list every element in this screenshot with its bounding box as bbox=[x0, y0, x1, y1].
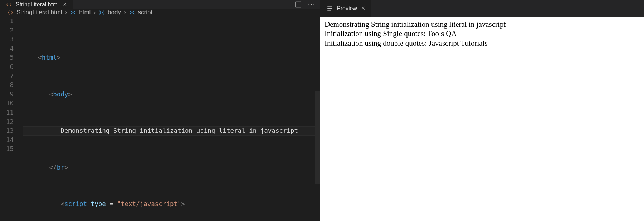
breadcrumb-seg-html[interactable]: html bbox=[79, 9, 91, 16]
breadcrumb[interactable]: StringLiteral.html › html › body › scrip… bbox=[0, 9, 320, 16]
minimap-scrollbar[interactable] bbox=[315, 16, 320, 221]
symbol-html-icon bbox=[70, 9, 76, 16]
preview-output: Demonstrating String initialization usin… bbox=[320, 17, 644, 221]
line-number-gutter: 123456789101112131415 bbox=[0, 16, 23, 221]
code-content[interactable]: <html> <body> Demonstrating String initi… bbox=[23, 16, 320, 221]
close-icon[interactable]: × bbox=[361, 4, 366, 13]
symbol-script-icon bbox=[129, 9, 135, 16]
preview-line: Demonstrating String initialization usin… bbox=[325, 20, 640, 29]
preview-pane: Preview × Demonstrating String initializ… bbox=[320, 0, 644, 221]
preview-icon bbox=[327, 5, 333, 12]
file-code-icon bbox=[7, 9, 14, 16]
editor-pane: StringLiteral.html × ··· StringLiteral.h… bbox=[0, 0, 320, 221]
more-actions-icon[interactable]: ··· bbox=[308, 1, 316, 8]
scrollbar-thumb[interactable] bbox=[315, 91, 320, 184]
tab-preview[interactable]: Preview × bbox=[320, 0, 371, 17]
editor-tab-bar: StringLiteral.html × ··· bbox=[0, 0, 320, 9]
preview-tab-label: Preview bbox=[337, 5, 357, 12]
chevron-right-icon: › bbox=[65, 9, 67, 16]
split-editor-icon[interactable] bbox=[294, 1, 302, 8]
preview-tab-bar: Preview × bbox=[320, 0, 644, 17]
preview-line: Initialization using double quotes: Java… bbox=[325, 39, 640, 48]
svg-rect-2 bbox=[327, 6, 332, 7]
breadcrumb-file[interactable]: StringLiteral.html bbox=[16, 9, 62, 16]
tab-stringliteral[interactable]: StringLiteral.html × bbox=[0, 0, 73, 9]
breadcrumb-seg-script[interactable]: script bbox=[138, 9, 153, 16]
svg-rect-4 bbox=[327, 10, 331, 10]
preview-line: Initialization using Single quotes: Tool… bbox=[325, 29, 640, 38]
chevron-right-icon: › bbox=[124, 9, 126, 16]
tab-label: StringLiteral.html bbox=[16, 1, 59, 8]
close-icon[interactable]: × bbox=[62, 0, 68, 9]
file-code-icon bbox=[6, 1, 12, 8]
symbol-body-icon bbox=[98, 9, 105, 16]
svg-rect-3 bbox=[327, 8, 332, 9]
breadcrumb-seg-body[interactable]: body bbox=[108, 9, 121, 16]
chevron-right-icon: › bbox=[93, 9, 96, 16]
code-editor[interactable]: 123456789101112131415 <html> <body> Demo… bbox=[0, 16, 320, 221]
editor-tab-actions: ··· bbox=[294, 0, 316, 9]
